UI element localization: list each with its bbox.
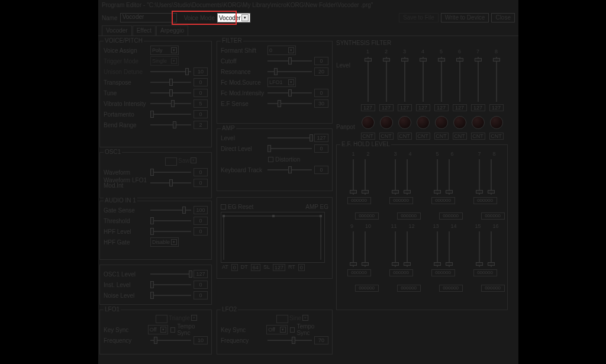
lfo2-freq-slider[interactable] — [267, 336, 312, 344]
eg-envelope-display[interactable] — [221, 212, 325, 263]
bend-range-slider[interactable] — [150, 121, 191, 129]
ef-vslider[interactable] — [391, 231, 400, 267]
ef-vslider[interactable] — [475, 231, 484, 267]
svg-rect-1 — [272, 215, 275, 217]
resonance-slider[interactable] — [267, 67, 312, 76]
ef-vslider[interactable] — [349, 159, 358, 195]
voice-mode-select[interactable]: Vocoder ▾ — [217, 13, 250, 22]
lfo2-wave-select[interactable]: Sine ▾ — [276, 315, 324, 323]
distortion-check[interactable]: Distortion — [268, 156, 300, 163]
osc1-lfo1-slider[interactable] — [150, 179, 191, 187]
ef-vslider[interactable] — [475, 159, 484, 195]
ef-vslider[interactable] — [360, 159, 370, 195]
name-field[interactable]: Vocoder — [120, 13, 177, 22]
level-value: 127 — [379, 104, 394, 111]
close-button[interactable]: Close — [491, 13, 515, 22]
lfo1-keysync-select[interactable]: Off▾ — [148, 325, 168, 334]
chevron-down-icon: ▾ — [171, 239, 177, 245]
lfo1-wave-select[interactable]: Triangle ▾ — [156, 315, 203, 323]
panpot-knob-6[interactable] — [453, 116, 466, 129]
ef-pair: 7 8 000000 000000 — [469, 151, 502, 212]
ef-vslider[interactable] — [486, 231, 496, 267]
amp-level-slider[interactable] — [267, 134, 312, 142]
osc1-waveform-slider[interactable] — [150, 168, 191, 176]
chevron-down-icon[interactable]: ▾ — [241, 14, 249, 21]
ef-vslider[interactable] — [433, 159, 442, 195]
hpf-gate-select[interactable]: Disable▾ — [150, 237, 179, 247]
ef-vslider[interactable] — [402, 231, 412, 267]
panpot-knob-3[interactable] — [398, 116, 411, 129]
level-vslider-4[interactable] — [418, 57, 428, 102]
panpot-knob-1[interactable] — [362, 116, 375, 129]
panpot-knob-7[interactable] — [472, 116, 485, 129]
ef-vslider[interactable] — [360, 231, 370, 267]
panpot-knob-8[interactable] — [490, 116, 503, 129]
ef-value: 000000 — [439, 212, 463, 220]
triangle-wave-icon — [156, 315, 167, 323]
chevron-down-icon: ▾ — [280, 327, 286, 333]
threshold-slider[interactable] — [150, 217, 191, 225]
tab-arpeggio[interactable]: Arpeggio — [156, 25, 188, 36]
fcmod-source-select[interactable]: LFO1▾ — [267, 78, 296, 87]
eg-reset-check[interactable]: EG Reset — [221, 204, 253, 210]
lfo1-temposync-check[interactable]: Tempo Sync — [170, 323, 208, 336]
amp-eg-group: EG Reset AMP EG AT0 DT64 SL127 RT0 — [217, 197, 333, 279]
panpot-knob-2[interactable] — [380, 116, 393, 129]
ef-vslider[interactable] — [433, 231, 442, 267]
osc1-wave-select[interactable]: Saw ▾ — [165, 157, 202, 166]
chevron-down-icon: ▾ — [160, 327, 166, 333]
level-value: 127 — [361, 104, 375, 111]
lfo1-freq-slider[interactable] — [150, 336, 191, 344]
portamento-slider[interactable] — [150, 110, 191, 118]
editor-body: VOICE/PITCH Voice Assign Poly▾ Trigger M… — [98, 36, 518, 364]
hpf-level-slider[interactable] — [150, 227, 191, 236]
osc1-level-slider[interactable] — [150, 270, 191, 278]
ef-value: 000000 — [389, 197, 413, 204]
direct-level-slider[interactable] — [267, 144, 312, 153]
formant-shift-select[interactable]: 0▾ — [267, 46, 296, 55]
ef-vslider[interactable] — [486, 159, 496, 195]
ef-sense-slider[interactable] — [267, 99, 312, 108]
channel-number: 3 — [403, 49, 406, 56]
tune-slider[interactable] — [150, 89, 191, 97]
ef-hold-group: E.F. HOLD LEVEL 1 2 000000 000000 3 4 — [336, 144, 508, 310]
ef-vslider[interactable] — [391, 159, 400, 195]
cutoff-slider[interactable] — [267, 57, 312, 65]
tab-vocoder[interactable]: Vocoder — [102, 25, 132, 36]
lfo2-temposync-check[interactable]: Tempo Sync — [290, 323, 328, 336]
transpose-slider[interactable] — [150, 78, 191, 86]
gate-sense-slider[interactable] — [150, 206, 191, 214]
inst-level-slider[interactable] — [150, 281, 191, 289]
keytrack-slider[interactable] — [267, 166, 312, 174]
level-vslider-2[interactable] — [382, 57, 391, 102]
level-vslider-7[interactable] — [473, 57, 483, 102]
ef-vslider[interactable] — [349, 231, 358, 267]
write-to-device-button[interactable]: Write to Device — [441, 13, 489, 22]
panpot-knob-5[interactable] — [435, 116, 448, 129]
panpot-knob-4[interactable] — [417, 116, 430, 129]
level-vslider-5[interactable] — [437, 57, 446, 102]
voice-assign-select[interactable]: Poly▾ — [150, 46, 179, 55]
noise-level-slider[interactable] — [150, 291, 191, 299]
ef-value: 000000 — [431, 269, 455, 276]
ef-vslider[interactable] — [444, 231, 454, 267]
fcmod-int-slider[interactable] — [267, 89, 312, 97]
channel-number: 6 — [458, 49, 461, 56]
save-to-file-button[interactable]: Save to File — [399, 13, 439, 22]
level-vslider-3[interactable] — [400, 57, 410, 102]
level-vslider-6[interactable] — [455, 57, 465, 102]
trigger-mode-select: Single▾ — [150, 56, 179, 66]
lfo2-group: LFO2 Sine ▾ Key Sync Off▾ Tempo Sync Fre… — [217, 310, 333, 355]
chevron-down-icon: ▾ — [191, 315, 197, 321]
name-label: Name — [102, 15, 118, 21]
ef-value: 000000 — [347, 269, 371, 276]
pan-value: CNT — [416, 133, 430, 140]
ef-vslider[interactable] — [402, 159, 412, 195]
chevron-down-icon: ▾ — [171, 47, 177, 53]
ef-vslider[interactable] — [444, 159, 454, 195]
tab-effect[interactable]: Effect — [133, 25, 156, 36]
vibrato-slider[interactable] — [150, 99, 191, 108]
lfo2-keysync-select[interactable]: Off▾ — [266, 325, 287, 334]
level-vslider-1[interactable] — [363, 57, 373, 102]
level-vslider-8[interactable] — [492, 57, 501, 102]
